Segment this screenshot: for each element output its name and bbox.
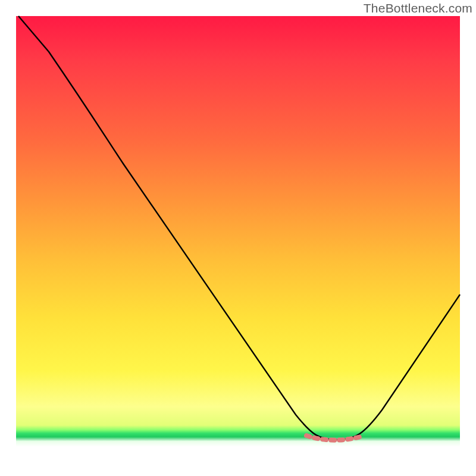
plot-frame <box>16 16 460 460</box>
watermark-text: TheBottleneck.com <box>364 1 472 15</box>
chart-stage: TheBottleneck.com <box>0 0 476 476</box>
